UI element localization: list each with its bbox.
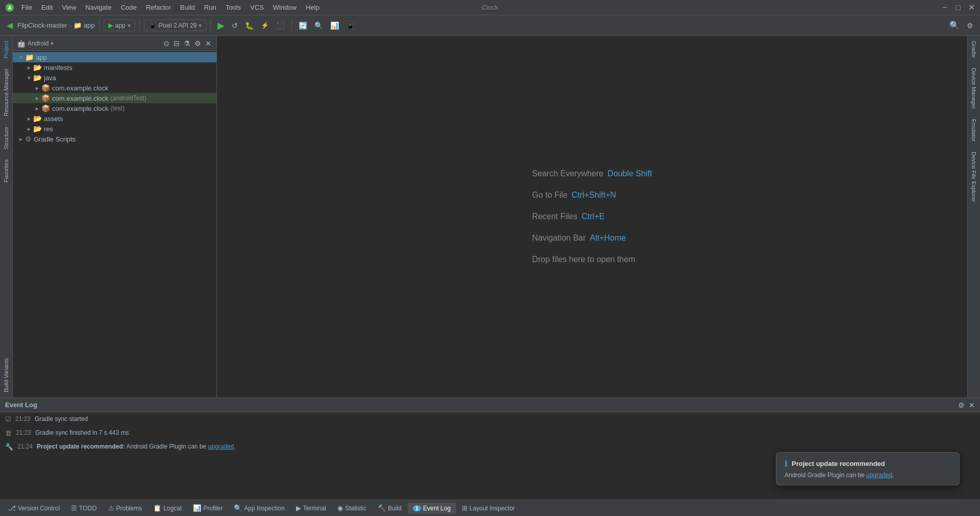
tree-item-assets[interactable]: ► 📂 assets [13, 113, 216, 124]
menu-build[interactable]: Build [176, 2, 199, 13]
navigation-bar-shortcut[interactable]: Alt+Home [590, 233, 626, 243]
go-to-file-shortcut[interactable]: Ctrl+Shift+N [572, 191, 616, 200]
navigation-bar-label: Navigation Bar [532, 233, 586, 243]
bottom-tab-version-control[interactable]: ⎇ Version Control [3, 502, 65, 514]
tree-item-package-main[interactable]: ► 📦 com.example.clock [13, 83, 216, 93]
tree-label-package-test: com.example.clock [52, 105, 109, 112]
sidebar-tab-structure[interactable]: Structure [1, 122, 11, 155]
bottom-tab-build[interactable]: 🔨 Build [373, 502, 407, 514]
menu-vcs[interactable]: VCS [246, 2, 268, 13]
right-tab-device-manager[interactable]: Device Manager [969, 63, 979, 114]
bottom-tab-logcat[interactable]: 📋 Logcat [148, 502, 187, 514]
tree-label-manifests: manifests [44, 64, 72, 72]
folder-icon-java: 📂 [33, 74, 42, 82]
log-entry-icon-3: 🔧 [5, 443, 13, 451]
gradle-icon: ⚙ [25, 135, 32, 143]
tree-label-res: res [44, 125, 53, 133]
window-controls: − □ ✕ [941, 4, 975, 11]
menu-window[interactable]: Window [269, 2, 301, 13]
tree-item-package-androidtest[interactable]: ► 📦 com.example.clock (androidTest) [13, 93, 216, 103]
attach-debug-button[interactable]: ⚡ [258, 20, 272, 31]
menu-tools[interactable]: Tools [222, 2, 245, 13]
toolbar-separator-4 [291, 19, 292, 32]
bottom-tab-todo[interactable]: ☰ TODO [66, 502, 102, 514]
bottom-tabs-bar: ⎇ Version Control ☰ TODO ⚠ Problems 📋 Lo… [0, 500, 980, 516]
window-title: Clock [482, 4, 499, 11]
settings-button[interactable]: ⚙ [964, 20, 976, 31]
back-button[interactable]: ◀ [4, 19, 15, 32]
right-tab-emulator[interactable]: Emulator [969, 114, 979, 147]
panel-dropdown-arrow[interactable]: ▾ [51, 40, 54, 47]
rerun-button[interactable]: ↺ [229, 20, 240, 31]
close-panel-button[interactable]: ✕ [204, 38, 212, 49]
menu-refactor[interactable]: Refactor [142, 2, 175, 13]
run-button[interactable]: ▶ [215, 18, 227, 33]
search-everywhere-shortcut[interactable]: Double Shift [607, 169, 652, 178]
tree-arrow-package-main: ► [33, 85, 41, 91]
device-selector[interactable]: 📱 Pixel 2 API 29 ▾ [144, 19, 207, 31]
event-log-badge: 1 [413, 505, 421, 511]
bottom-tab-problems[interactable]: ⚠ Problems [103, 502, 148, 514]
breadcrumb-project[interactable]: FlipClock-master [17, 21, 67, 29]
right-tab-gradle[interactable]: Gradle [969, 36, 979, 63]
debug-button[interactable]: 🐛 [242, 20, 256, 31]
bottom-tab-app-inspection[interactable]: 🔍 App Inspection [229, 502, 289, 514]
menu-code[interactable]: Code [117, 2, 141, 13]
filter-button[interactable]: ⚗ [183, 38, 191, 49]
menu-file[interactable]: File [17, 2, 36, 13]
device-manager-button[interactable]: 📱 [344, 20, 357, 31]
bottom-tab-terminal[interactable]: ▶ Terminal [291, 502, 331, 514]
event-log-close-button[interactable]: ✕ [969, 401, 975, 409]
event-log-settings-button[interactable]: ⚙ [958, 401, 965, 409]
tree-label-gradle-scripts: Gradle Scripts [34, 135, 76, 143]
recent-files-shortcut[interactable]: Ctrl+E [582, 212, 605, 221]
run-config-selector[interactable]: ▶ app ▾ [104, 19, 135, 31]
search-everywhere-toolbar-button[interactable]: 🔍 [947, 19, 962, 32]
tree-arrow-package-test: ► [33, 106, 41, 111]
right-tab-device-file-explorer[interactable]: Device File Explorer [969, 147, 979, 207]
collapse-all-button[interactable]: ⊟ [173, 38, 181, 49]
sidebar-tab-favorites[interactable]: Favorites [1, 154, 11, 187]
stop-button[interactable]: ⬛ [274, 20, 287, 31]
menu-navigate[interactable]: Navigate [81, 2, 115, 13]
tree-item-java[interactable]: ▼ 📂 java [13, 73, 216, 83]
settings-gear-button[interactable]: ⚙ [193, 38, 202, 49]
menu-view[interactable]: View [58, 2, 80, 13]
drop-files-label: Drop files here to open them [532, 255, 652, 264]
menu-run[interactable]: Run [200, 2, 220, 13]
bottom-tab-event-log[interactable]: 1 Event Log [408, 503, 456, 514]
tree-item-gradle-scripts[interactable]: ► ⚙ Gradle Scripts [13, 134, 216, 144]
folder-icon-app: 📁 [25, 53, 34, 61]
log-entry-1: ☑ 21:23 Gradle sync started [5, 415, 975, 423]
device-label: Pixel 2 API 29 [159, 22, 197, 29]
bottom-tab-statistic[interactable]: ◉ Statistic [332, 502, 372, 514]
close-button[interactable]: ✕ [968, 4, 975, 11]
sync-project-button[interactable]: 🔄 [296, 20, 310, 31]
run-inspection-button[interactable]: 🔍 [312, 20, 326, 31]
app-inspection-icon: 🔍 [234, 504, 242, 512]
log-entry-3: 🔧 21:24 Project update recommended: Andr… [5, 443, 975, 451]
upgrade-link-log[interactable]: upgraded [208, 443, 234, 450]
profile-button[interactable]: 📊 [328, 20, 341, 31]
notification-body-text: Android Gradle Plugin can be [785, 472, 866, 479]
minimize-button[interactable]: − [941, 4, 948, 11]
tree-item-res[interactable]: ► 📂 res [13, 124, 216, 134]
sidebar-tab-build-variants[interactable]: Build Variants [1, 353, 11, 397]
logcat-icon: 📋 [153, 504, 161, 512]
breadcrumb-module[interactable]: app [84, 21, 95, 29]
menu-help[interactable]: Help [302, 2, 324, 13]
tree-item-manifests[interactable]: ► 📂 manifests [13, 62, 216, 73]
locate-file-button[interactable]: ⊙ [162, 38, 170, 49]
run-config-dropdown-icon: ▾ [128, 22, 131, 29]
tree-item-app[interactable]: ▼ 📁 app [13, 52, 216, 62]
tree-sub-androidtest: (androidTest) [111, 95, 146, 102]
menu-edit[interactable]: Edit [37, 2, 57, 13]
notification-upgrade-link[interactable]: upgraded [866, 472, 892, 479]
bottom-tab-layout-inspector[interactable]: ⊞ Layout Inspector [457, 502, 520, 514]
maximize-button[interactable]: □ [954, 4, 962, 11]
tree-item-package-test[interactable]: ► 📦 com.example.clock (test) [13, 103, 216, 113]
sidebar-tab-resource-manager[interactable]: Resource Manager [1, 63, 11, 122]
statistic-label: Statistic [345, 505, 366, 512]
sidebar-tab-project[interactable]: Project [1, 36, 11, 63]
bottom-tab-profiler[interactable]: 📊 Profiler [188, 502, 228, 514]
